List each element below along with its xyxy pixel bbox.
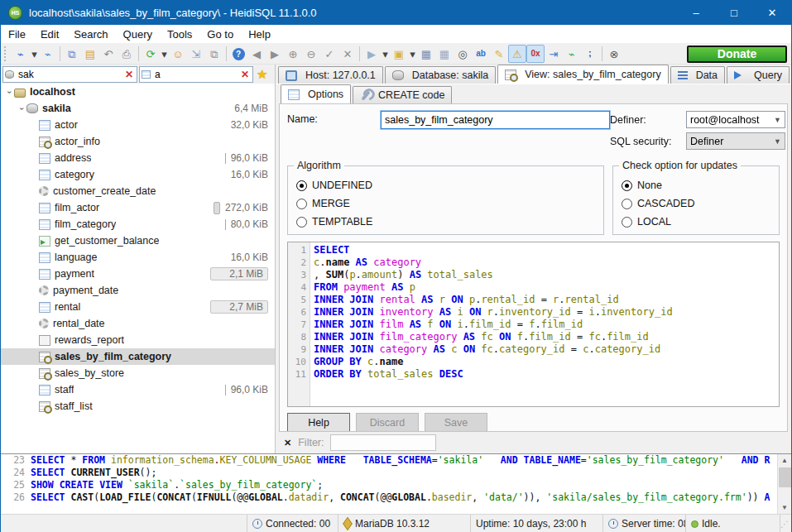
radio-icon[interactable] xyxy=(296,180,307,191)
undo-icon[interactable]: ↶ xyxy=(99,45,118,63)
add-record-icon[interactable]: ⊕ xyxy=(284,45,302,63)
refresh-dropdown[interactable]: ▾ xyxy=(160,45,169,63)
clear-table-filter-icon[interactable]: ✕ xyxy=(239,69,251,80)
paste-icon[interactable]: ▤ xyxy=(81,45,99,63)
stop-icon[interactable]: ⊗ xyxy=(605,45,623,63)
copy-database-icon[interactable]: ⧉ xyxy=(205,45,223,63)
tree-item-rewards-report[interactable]: ›rewards_report xyxy=(1,332,275,348)
tab-host-127-0-0-1[interactable]: Host: 127.0.0.1 xyxy=(278,66,383,84)
tree-item-address[interactable]: ›address96,0 KiB xyxy=(1,150,275,166)
tree-item-film-actor[interactable]: ›film_actor272,0 KiB xyxy=(1,199,275,216)
highlight-icon[interactable]: ✎ xyxy=(490,45,508,63)
radio-option-temptable[interactable]: TEMPTABLE xyxy=(296,213,595,231)
last-record-icon[interactable]: ▶ xyxy=(266,45,284,63)
tree-item-film-category[interactable]: ›film_category80,0 KiB xyxy=(1,216,275,232)
tree-item-actor[interactable]: ›actor32,0 KiB xyxy=(1,117,275,133)
semicolon-icon[interactable]: ; xyxy=(581,45,599,63)
hex-toggle-icon[interactable]: 0x xyxy=(526,45,545,63)
radio-option-none[interactable]: None xyxy=(622,176,770,194)
log-scrollbar[interactable]: ▲ ▼ xyxy=(777,454,791,514)
tree-item-actor-info[interactable]: ›actor_info xyxy=(1,133,275,150)
menu-item-tools[interactable]: Tools xyxy=(160,25,199,43)
scrollbar-thumb[interactable] xyxy=(779,467,791,487)
refresh-icon[interactable]: ⟳ xyxy=(142,45,160,63)
maximize-button[interactable]: □ xyxy=(715,0,753,25)
session-manager-icon[interactable]: ⌁ xyxy=(12,45,30,63)
database-filter-input[interactable] xyxy=(18,69,123,80)
tree-item-sakila[interactable]: ›sakila6,4 MiB xyxy=(1,100,275,117)
view-sql-editor[interactable]: 1234567891011 SELECTc.name AS category, … xyxy=(287,242,780,407)
menu-item-search[interactable]: Search xyxy=(66,25,115,43)
menu-item-go-to[interactable]: Go to xyxy=(199,25,241,43)
tab-data[interactable]: Data xyxy=(670,66,725,84)
close-button[interactable]: ✕ xyxy=(753,0,791,25)
radio-icon[interactable] xyxy=(296,217,307,228)
run-query-dropdown[interactable]: ▾ xyxy=(381,45,390,63)
subtab-options[interactable]: Options xyxy=(281,84,351,103)
tree-item-sales-by-store[interactable]: ›sales_by_store xyxy=(1,365,275,381)
save-button[interactable]: Save xyxy=(425,413,487,432)
resize-grip-icon[interactable]: ⋰ xyxy=(780,520,791,529)
scroll-down-icon[interactable]: ▼ xyxy=(781,501,788,514)
reformat-icon[interactable]: ⌁ xyxy=(563,45,581,63)
expand-chevron-icon[interactable]: › xyxy=(5,87,14,97)
run-query-icon[interactable]: ▶ xyxy=(362,45,381,63)
help-icon[interactable]: ? xyxy=(229,45,247,63)
export-tables-icon[interactable]: ⇲ xyxy=(187,45,205,63)
radio-option-undefined[interactable]: UNDEFINED xyxy=(296,176,595,194)
editor-code-area[interactable]: SELECTc.name AS category, SUM(p.amount) … xyxy=(310,242,779,406)
help-button[interactable]: Help xyxy=(287,413,350,432)
radio-icon[interactable] xyxy=(622,199,632,209)
definer-combobox[interactable]: root@localhost ▼ xyxy=(686,111,785,128)
tree-item-rental[interactable]: ›rental2,7 MiB xyxy=(1,299,275,315)
insert-params-icon[interactable]: ⇥ xyxy=(545,45,563,63)
tree-item-get-customer-balance[interactable]: ›get_customer_balance xyxy=(1,232,275,249)
save-sql-as-icon[interactable]: ▦ xyxy=(435,45,454,63)
discard-button[interactable]: Discard xyxy=(356,413,419,432)
open-sql-file-icon[interactable]: ▣ xyxy=(390,45,408,63)
post-changes-icon[interactable]: ✓ xyxy=(320,45,338,63)
table-filter-input[interactable] xyxy=(155,69,239,80)
menu-item-edit[interactable]: Edit xyxy=(33,25,66,43)
scroll-up-icon[interactable]: ▲ xyxy=(781,454,788,467)
tree-item-category[interactable]: ›category16,0 KiB xyxy=(1,166,275,183)
tree-item-payment-date[interactable]: ›payment_date xyxy=(1,282,275,299)
menu-item-help[interactable]: Help xyxy=(241,25,278,43)
tree-item-staff[interactable]: ›staff96,0 KiB xyxy=(1,381,275,398)
delete-record-icon[interactable]: ⊖ xyxy=(302,45,320,63)
radio-option-local[interactable]: LOCAL xyxy=(622,213,770,231)
subtab-create-code[interactable]: CREATE code xyxy=(353,86,452,103)
minimize-button[interactable]: – xyxy=(677,0,715,25)
find-icon[interactable]: ◎ xyxy=(454,45,472,63)
expand-chevron-icon[interactable]: › xyxy=(17,103,26,113)
tree-item-customer-create-date[interactable]: ›customer_create_date xyxy=(1,183,275,199)
view-name-input[interactable] xyxy=(381,111,610,129)
radio-option-cascaded[interactable]: CASCADED xyxy=(622,194,770,213)
tree-item-staff-list[interactable]: ›staff_list xyxy=(1,398,275,415)
tab-database-sakila[interactable]: Database: sakila xyxy=(385,66,496,84)
open-sql-dropdown[interactable]: ▾ xyxy=(408,45,417,63)
print-icon[interactable]: ⎙ xyxy=(118,45,136,63)
disconnect-icon[interactable]: ⌁ xyxy=(39,45,57,63)
session-manager-dropdown[interactable]: ▾ xyxy=(30,45,39,63)
radio-option-merge[interactable]: MERGE xyxy=(296,194,595,213)
radio-icon[interactable] xyxy=(296,199,307,209)
user-manager-icon[interactable]: ☺ xyxy=(169,45,187,63)
copy-icon[interactable]: ⧉ xyxy=(63,45,81,63)
tree-item-rental-date[interactable]: ›rental_date xyxy=(1,315,275,332)
menu-item-file[interactable]: File xyxy=(1,25,33,43)
tree-item-sales-by-film-category[interactable]: ›sales_by_film_category xyxy=(1,348,275,365)
toolbar-grip[interactable] xyxy=(4,46,8,61)
radio-icon[interactable] xyxy=(622,180,632,191)
favorites-star-icon[interactable]: ★ xyxy=(255,67,269,82)
sql-security-dropdown[interactable]: Definer ▼ xyxy=(686,132,785,150)
tree-item-localhost[interactable]: ›localhost xyxy=(1,84,275,100)
cancel-edit-icon[interactable]: ✕ xyxy=(338,45,357,63)
tree-item-payment[interactable]: ›payment2,1 MiB xyxy=(1,266,275,282)
donate-button[interactable]: Donate xyxy=(687,46,787,63)
radio-icon[interactable] xyxy=(622,217,632,228)
close-filter-icon[interactable]: ✕ xyxy=(284,438,291,448)
tab-query[interactable]: Query xyxy=(727,66,790,84)
menu-item-query[interactable]: Query xyxy=(116,25,160,43)
save-sql-icon[interactable]: ▦ xyxy=(417,45,435,63)
